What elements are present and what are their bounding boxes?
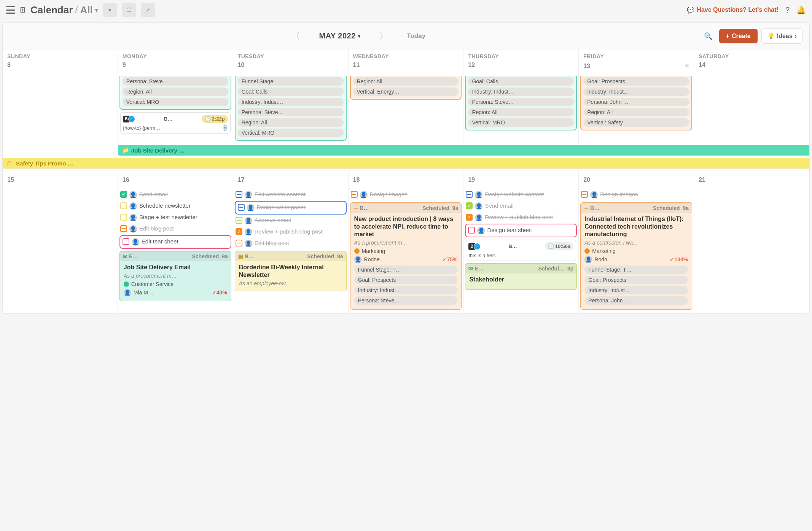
tag: Region: All	[238, 118, 344, 127]
tag-block[interactable]: Goal: Calls Industry: Indust… Persona: S…	[465, 76, 577, 130]
checkbox-icon[interactable]	[238, 204, 245, 211]
checkbox-icon[interactable]	[581, 191, 588, 198]
card-time: 8a	[337, 253, 343, 259]
checkbox-icon[interactable]	[120, 214, 127, 221]
card-subtitle: As a procurement m…	[124, 273, 227, 279]
month-label: MAY 2022	[319, 32, 355, 40]
checkbox-icon[interactable]: ✓	[236, 228, 242, 235]
task-item[interactable]: 👤Design images	[350, 189, 462, 200]
search-icon[interactable]: 🔍	[704, 32, 712, 40]
task-item[interactable]: ✓👤Send email	[465, 201, 577, 211]
avatar: 👤	[245, 217, 252, 224]
task-label: Schedule newsletter	[139, 202, 191, 209]
tag: Region: All	[353, 77, 459, 86]
task-item[interactable]: 👤Edit website content	[235, 189, 347, 200]
today-button[interactable]: Today	[407, 32, 425, 40]
card-type: N…	[245, 253, 254, 259]
content-card[interactable]: ෴B…Scheduled 9a New product introduction…	[350, 202, 462, 310]
task-item[interactable]: 👤Edit blog post	[119, 224, 231, 234]
week2-body: ✓👤Send email 👤Schedule newsletter 👤Stage…	[3, 187, 809, 313]
ideas-button[interactable]: 💡 Ideas ›	[761, 28, 802, 44]
task-item[interactable]: 👤Design website content	[465, 189, 577, 200]
task-item[interactable]: 👤Design white paper	[235, 201, 347, 215]
checkbox-icon[interactable]	[120, 202, 127, 209]
task-item[interactable]: 👤Design tear sheet	[465, 224, 577, 237]
month-title[interactable]: MAY 2022 ▾	[319, 32, 360, 40]
prev-arrow-icon[interactable]: 〈	[288, 29, 304, 43]
chat-link[interactable]: 💬 Have Questions? Let's chat!	[687, 6, 779, 14]
tag-block[interactable]: Region: All Vertical: Energy…	[350, 76, 462, 100]
task-item[interactable]: ✓👤Review + publish blog post	[235, 227, 347, 237]
lightbulb-icon: 💡	[767, 32, 775, 40]
ideas-label: Ideas	[777, 33, 793, 40]
display-button[interactable]: 🖵	[122, 3, 136, 17]
checkbox-icon[interactable]: ✓	[120, 191, 127, 198]
task-item[interactable]: 👤Stage + test newsletter	[119, 212, 231, 223]
checkbox-icon[interactable]	[466, 191, 473, 198]
task-item[interactable]: ✓👤Review + publish blog post	[465, 212, 577, 223]
task-item[interactable]: 👤Design images	[580, 189, 692, 200]
checkbox-icon[interactable]	[468, 227, 475, 234]
avatar: 👤	[129, 225, 137, 233]
tag-block[interactable]: Funnel Stage: … Goal: Calls Industry: In…	[235, 76, 347, 141]
card-status: Scheduled	[422, 205, 449, 211]
filter-button[interactable]: ▼	[103, 3, 117, 17]
task-label: Stage + test newsletter	[139, 214, 197, 221]
avatar: 👤	[132, 238, 139, 246]
task-item[interactable]: 👤Edit tear sheet	[119, 235, 231, 249]
tag: Persona: John …	[583, 98, 689, 106]
checkbox-icon[interactable]	[236, 217, 242, 224]
bell-icon[interactable]: 🔔	[796, 5, 806, 14]
checkbox-icon[interactable]	[236, 191, 242, 198]
category-label: Marketing	[362, 248, 385, 254]
create-button[interactable]: + Create	[719, 29, 758, 43]
day-name: THURSDAY	[468, 53, 574, 59]
task-item[interactable]: 👤Edit blog post	[235, 238, 347, 249]
avatar: 👤	[129, 202, 137, 210]
task-item[interactable]: 👤Schedule newsletter	[119, 201, 231, 211]
content-card[interactable]: ▦N…Scheduled 8a Borderline Bi-Weekly Int…	[235, 251, 347, 291]
day-num: 20	[583, 176, 689, 183]
help-icon[interactable]: ?	[785, 6, 790, 14]
tag: Region: All	[468, 108, 574, 116]
content-card[interactable]: ✉E…Schedul… 3p Stakeholder	[465, 263, 577, 290]
email-icon: ✉	[123, 253, 127, 259]
task-item[interactable]: ✓👤Send email	[119, 189, 231, 200]
next-arrow-icon[interactable]: 〉	[376, 29, 392, 43]
tag: Goal: Calls	[468, 77, 574, 86]
checkbox-icon[interactable]	[236, 240, 242, 246]
content-card[interactable]: ෴B…Scheduled 9a Industrial Internet of T…	[580, 202, 692, 310]
add-icon[interactable]: +	[685, 62, 689, 70]
task-label: Edit website content	[255, 191, 306, 198]
card-subtitle: As a procurement m…	[354, 240, 458, 246]
task-label: Review + publish blog post	[255, 228, 323, 235]
avatar: 👤	[590, 191, 598, 199]
week-header-row: SUNDAY8 MONDAY9 TUESDAY10 WEDNESDAY11 TH…	[3, 49, 809, 74]
tag-block[interactable]: Persona: Steve… Region: All Vertical: MR…	[119, 76, 231, 110]
share-button[interactable]: ↗	[141, 3, 155, 17]
social-card[interactable]: B🐦 B… 🕑10:56a this is a test.	[466, 240, 576, 261]
checkbox-icon[interactable]: ✓	[466, 214, 473, 221]
tag-block[interactable]: Goal: Prospects Industry: Indust… Person…	[580, 76, 692, 130]
social-time: 🕑10:56a	[545, 242, 573, 250]
avatar: 👤	[584, 256, 592, 263]
checkbox-icon[interactable]	[120, 225, 127, 232]
social-label: B…	[164, 116, 172, 122]
checkbox-icon[interactable]	[351, 191, 358, 198]
progress-pct: ✓40%	[212, 289, 227, 296]
chevron-down-icon[interactable]: ▾	[95, 7, 98, 13]
checkbox-icon[interactable]: ✓	[466, 202, 473, 209]
checkbox-icon[interactable]	[123, 238, 129, 245]
day-num: 16	[123, 176, 228, 183]
social-card[interactable]: B🐦 B… 🕑2:22p {how-to} {perm…🔗	[120, 112, 231, 134]
content-card[interactable]: ✉E…Scheduled 9a Job Site Delivery Email …	[119, 251, 231, 301]
task-label: Send email	[485, 202, 513, 209]
avatar: 👤	[475, 214, 482, 221]
task-item[interactable]: 👤Approve email	[235, 215, 347, 226]
create-label: Create	[732, 33, 751, 40]
project-span-bar[interactable]: 📁 Job Site Delivery …	[118, 145, 809, 156]
breadcrumb-scope[interactable]: All	[80, 4, 93, 16]
menu-icon[interactable]	[6, 6, 15, 14]
week2-header: 15 16 17 18 19 20 21	[3, 170, 809, 187]
project-span-bar[interactable]: 📁 Safety Tips Promo …	[3, 158, 809, 169]
